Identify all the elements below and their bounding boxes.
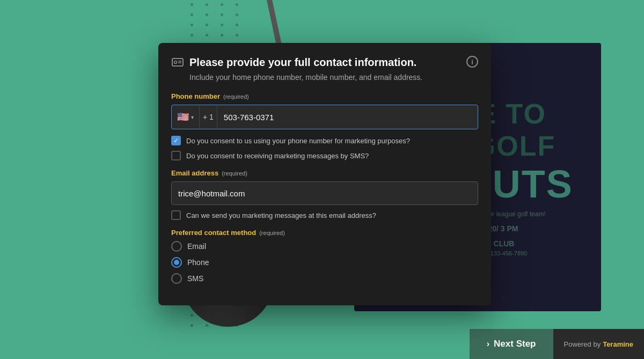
preferred-contact-section: Preferred contact method (required) Emai…	[171, 229, 478, 284]
next-step-arrow: ›	[487, 339, 489, 349]
consent-marketing-row[interactable]: Do you consent to us using your phone nu…	[171, 136, 478, 145]
radio-phone-label: Phone	[187, 258, 209, 267]
radio-sms[interactable]: SMS	[171, 273, 478, 284]
modal-subtitle: Include your home phone number, mobile n…	[189, 73, 478, 82]
phone-number-section: Phone number (required) 🇺🇸 ▾ + 1 Do you …	[171, 92, 478, 160]
email-consent-checkbox[interactable]	[171, 210, 181, 220]
consent-sms-row[interactable]: Do you consent to receiving marketing me…	[171, 151, 478, 160]
country-flag-button[interactable]: 🇺🇸 ▾	[172, 105, 200, 129]
brand-name: Teramine	[603, 340, 633, 348]
consent-sms-checkbox[interactable]	[171, 151, 181, 160]
email-consent-label: Can we send you marketing messages at th…	[186, 211, 376, 219]
powered-by-text: Powered by	[564, 340, 601, 348]
radio-phone[interactable]: Phone	[171, 257, 478, 268]
email-consent-row[interactable]: Can we send you marketing messages at th…	[171, 210, 478, 220]
radio-email[interactable]: Email	[171, 241, 478, 252]
radio-sms-button[interactable]	[171, 273, 182, 284]
svg-point-1	[174, 61, 177, 64]
modal-title: Please provide your full contact informa…	[189, 56, 416, 69]
email-input[interactable]	[171, 181, 478, 205]
info-icon-button[interactable]: i	[466, 56, 478, 68]
email-address-section: Email address (required) Can we send you…	[171, 169, 478, 220]
phone-label: Phone number (required)	[171, 92, 478, 100]
modal-title-row: Please provide your full contact informa…	[171, 56, 416, 69]
phone-input[interactable]	[217, 105, 478, 129]
preferred-contact-label: Preferred contact method (required)	[171, 229, 478, 237]
modal-header: Please provide your full contact informa…	[171, 56, 478, 69]
us-flag: 🇺🇸	[177, 111, 189, 123]
next-step-label: Next Step	[494, 339, 536, 349]
radio-sms-label: SMS	[187, 274, 203, 283]
radio-group: Email Phone SMS	[171, 241, 478, 284]
next-step-button[interactable]: › Next Step	[470, 329, 553, 359]
consent-sms-label: Do you consent to receiving marketing me…	[186, 152, 369, 160]
powered-by-bar: Powered by Teramine	[553, 329, 645, 359]
country-code: + 1	[200, 105, 217, 129]
radio-email-label: Email	[187, 242, 206, 251]
dropdown-arrow: ▾	[191, 114, 194, 120]
bottom-bar: › Next Step Powered by Teramine	[470, 329, 644, 359]
contact-info-modal: Please provide your full contact informa…	[158, 43, 491, 305]
email-label: Email address (required)	[171, 169, 478, 177]
consent-marketing-checkbox[interactable]	[171, 136, 181, 145]
consent-marketing-label: Do you consent to us using your phone nu…	[186, 137, 410, 145]
contact-card-icon	[171, 56, 184, 69]
phone-input-row: 🇺🇸 ▾ + 1	[171, 105, 478, 129]
radio-email-button[interactable]	[171, 241, 182, 252]
radio-phone-button[interactable]	[171, 257, 182, 268]
